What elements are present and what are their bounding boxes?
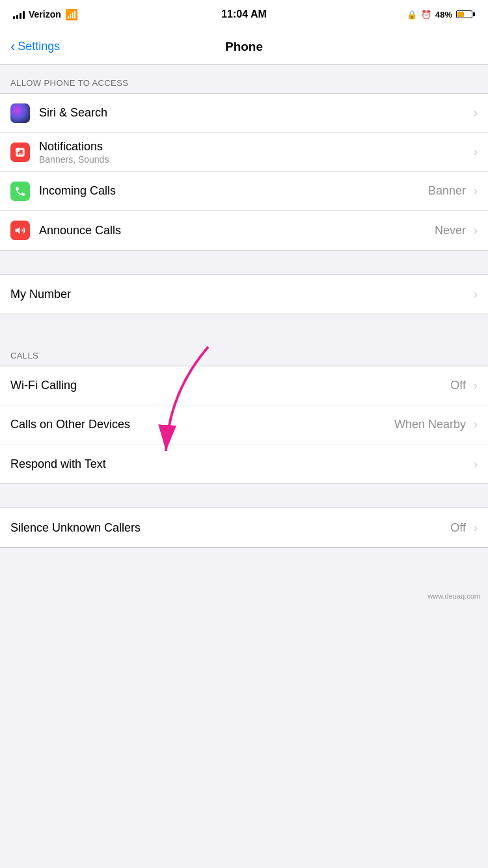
incoming-calls-right: Banner ›: [428, 184, 478, 198]
back-chevron-icon: ‹: [10, 40, 15, 54]
allow-access-header: ALLOW PHONE TO ACCESS: [0, 65, 488, 93]
incoming-calls-chevron-icon: ›: [474, 184, 478, 198]
wifi-calling-row[interactable]: Wi-Fi Calling Off ›: [0, 366, 488, 405]
incoming-calls-row[interactable]: Incoming Calls Banner ›: [0, 172, 488, 211]
siri-icon: [10, 103, 30, 123]
notifications-right: ›: [474, 145, 478, 159]
announce-calls-label: Announce Calls: [39, 224, 435, 237]
my-number-content: My Number: [10, 288, 474, 301]
signal-icon: [13, 10, 25, 19]
incoming-calls-icon: [10, 182, 30, 201]
silence-unknown-chevron-icon: ›: [474, 521, 478, 535]
page-title: Phone: [225, 40, 263, 54]
notifications-icon-svg: [14, 146, 26, 158]
svg-point-3: [16, 148, 20, 152]
calls-other-devices-right: When Nearby ›: [394, 418, 478, 431]
battery-icon: [456, 10, 475, 18]
calls-header: CALLS: [0, 338, 488, 366]
svg-rect-4: [19, 153, 22, 154]
spacer-2: [0, 314, 488, 338]
watermark: www.deuaq.com: [0, 587, 488, 605]
respond-with-text-right: ›: [474, 457, 478, 471]
incoming-calls-label: Incoming Calls: [39, 184, 428, 198]
back-label: Settings: [18, 40, 60, 53]
wifi-calling-chevron-icon: ›: [474, 379, 478, 392]
phone-icon-svg: [14, 185, 26, 197]
my-number-chevron-icon: ›: [474, 288, 478, 301]
back-button[interactable]: ‹ Settings: [10, 40, 60, 54]
incoming-calls-value: Banner: [428, 184, 466, 198]
notifications-row[interactable]: Notifications Banners, Sounds ›: [0, 133, 488, 172]
announce-calls-icon: [10, 221, 30, 240]
silence-unknown-label: Silence Unknown Callers: [10, 521, 450, 535]
siri-chevron-icon: ›: [474, 106, 478, 120]
notifications-label: Notifications: [39, 140, 474, 154]
nav-bar: ‹ Settings Phone: [0, 29, 488, 65]
speaker-icon-svg: [14, 224, 26, 236]
announce-calls-row[interactable]: Announce Calls Never ›: [0, 211, 488, 250]
bottom-spacer: [0, 548, 488, 587]
calls-other-devices-value: When Nearby: [394, 418, 466, 431]
calls-group: Wi-Fi Calling Off › Calls on Other Devic…: [0, 366, 488, 484]
silence-unknown-row[interactable]: Silence Unknown Callers Off ›: [0, 508, 488, 547]
notifications-icon: [10, 142, 30, 162]
my-number-label: My Number: [10, 288, 474, 301]
wifi-calling-value: Off: [450, 379, 466, 392]
respond-with-text-chevron-icon: ›: [474, 457, 478, 471]
notifications-sublabel: Banners, Sounds: [39, 154, 474, 165]
calls-other-devices-label: Calls on Other Devices: [10, 418, 394, 431]
siri-search-right: ›: [474, 106, 478, 120]
spacer-3: [0, 484, 488, 508]
location-icon: 🔒: [407, 10, 417, 20]
silence-unknown-group: Silence Unknown Callers Off ›: [0, 508, 488, 548]
notifications-chevron-icon: ›: [474, 145, 478, 159]
respond-with-text-content: Respond with Text: [10, 457, 474, 471]
my-number-right: ›: [474, 288, 478, 301]
wifi-calling-right: Off ›: [450, 379, 478, 392]
status-bar: Verizon 📶 11:04 AM 🔒 ⏰ 48%: [0, 0, 488, 29]
siri-search-content: Siri & Search: [39, 106, 474, 120]
announce-calls-right: Never ›: [435, 224, 478, 237]
alarm-icon: ⏰: [421, 10, 431, 20]
calls-other-devices-content: Calls on Other Devices: [10, 418, 394, 431]
silence-unknown-value: Off: [450, 521, 466, 535]
wifi-calling-content: Wi-Fi Calling: [10, 379, 450, 392]
time-display: 11:04 AM: [221, 8, 267, 20]
carrier-label: Verizon: [29, 9, 61, 20]
allow-access-group: Siri & Search › Notifications Banners, S…: [0, 93, 488, 251]
calls-other-devices-row[interactable]: Calls on Other Devices When Nearby ›: [0, 405, 488, 444]
wifi-calling-label: Wi-Fi Calling: [10, 379, 450, 392]
announce-calls-content: Announce Calls: [39, 224, 435, 237]
calls-other-devices-chevron-icon: ›: [474, 418, 478, 431]
announce-calls-chevron-icon: ›: [474, 224, 478, 237]
siri-search-row[interactable]: Siri & Search ›: [0, 94, 488, 133]
my-number-row[interactable]: My Number ›: [0, 275, 488, 314]
respond-with-text-label: Respond with Text: [10, 457, 474, 471]
silence-unknown-right: Off ›: [450, 521, 478, 535]
my-number-group: My Number ›: [0, 274, 488, 314]
announce-calls-value: Never: [435, 224, 466, 237]
svg-marker-5: [16, 227, 20, 234]
incoming-calls-content: Incoming Calls: [39, 184, 428, 198]
respond-with-text-row[interactable]: Respond with Text ›: [0, 444, 488, 483]
notifications-content: Notifications Banners, Sounds: [39, 140, 474, 165]
spacer-1: [0, 251, 488, 274]
silence-unknown-content: Silence Unknown Callers: [10, 521, 450, 535]
wifi-icon: 📶: [65, 8, 78, 21]
battery-percent: 48%: [435, 10, 452, 20]
siri-search-label: Siri & Search: [39, 106, 474, 120]
